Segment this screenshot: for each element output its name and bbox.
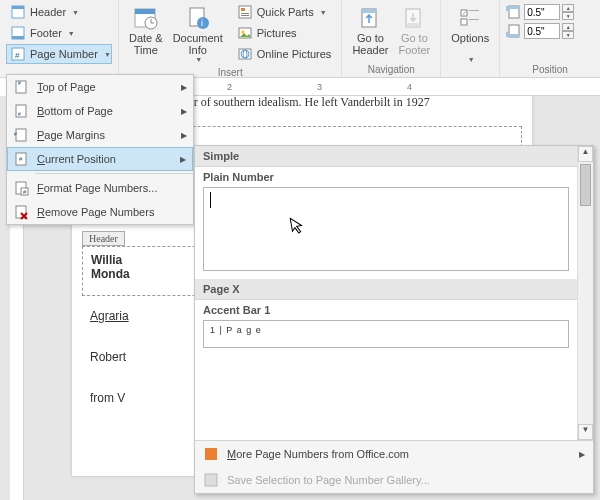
ruler-tick: 2 xyxy=(227,82,232,92)
footer-button[interactable]: Footer▼ xyxy=(6,23,112,43)
spin-down[interactable]: ▼ xyxy=(562,31,574,39)
svg-text:✓: ✓ xyxy=(462,10,467,16)
svg-rect-50 xyxy=(205,448,217,460)
svg-rect-24 xyxy=(362,9,376,13)
gallery-scrollbar[interactable]: ▲ ▼ xyxy=(577,146,593,440)
svg-text:#: # xyxy=(18,80,21,86)
pictures-icon xyxy=(237,25,253,41)
svg-point-19 xyxy=(241,31,244,34)
scroll-thumb[interactable] xyxy=(580,164,591,206)
menu-top-of-page[interactable]: # Top of Page ▶ xyxy=(7,75,193,99)
chevron-down-icon: ▼ xyxy=(320,9,327,16)
pictures-button[interactable]: Pictures xyxy=(233,23,336,43)
menu-separator xyxy=(35,173,193,174)
svg-rect-30 xyxy=(461,19,467,25)
header-position-input[interactable] xyxy=(524,4,560,20)
quick-parts-label: Quick Parts xyxy=(257,6,314,18)
options-button[interactable]: ✓ Options▼ xyxy=(447,2,493,66)
header-button[interactable]: Header▼ xyxy=(6,2,112,22)
footer-from-bottom[interactable]: ▲▼ xyxy=(506,23,594,39)
footer-icon xyxy=(10,25,26,41)
spin-up[interactable]: ▲ xyxy=(562,4,574,12)
spin-up[interactable]: ▲ xyxy=(562,23,574,31)
menu-bottom-of-page[interactable]: # Bottom of Page ▶ xyxy=(7,99,193,123)
menu-item-label: Remove Page Numbers xyxy=(37,206,154,218)
svg-rect-1 xyxy=(12,6,24,9)
page-number-icon: # xyxy=(10,46,26,62)
footer-position-input[interactable] xyxy=(524,23,560,39)
menu-remove-page-numbers[interactable]: Remove Page Numbers xyxy=(7,200,193,224)
page-number-button[interactable]: # Page Number▼ xyxy=(6,44,112,64)
header-from-top[interactable]: ▲▼ xyxy=(506,4,594,20)
online-pictures-label: Online Pictures xyxy=(257,48,332,60)
top-of-page-icon: # xyxy=(13,79,29,95)
quick-parts-icon xyxy=(237,4,253,20)
menu-current-position[interactable]: # Current Position ▶ xyxy=(7,147,193,171)
svg-rect-33 xyxy=(509,6,519,9)
scroll-up-button[interactable]: ▲ xyxy=(578,146,593,162)
save-selection-label: Save Selection to Page Number Gallery... xyxy=(227,474,430,486)
date-time-button[interactable]: Date & Time xyxy=(125,2,167,66)
online-pictures-icon xyxy=(237,46,253,62)
gallery-item-plain-number[interactable] xyxy=(203,187,569,271)
page-number-menu: # Top of Page ▶ # Bottom of Page ▶ # Pag… xyxy=(6,74,194,225)
document-info-button[interactable]: i Document Info▼ xyxy=(169,2,227,66)
menu-format-page-numbers[interactable]: # Format Page Numbers... xyxy=(7,176,193,200)
svg-rect-36 xyxy=(509,34,519,37)
svg-rect-17 xyxy=(241,15,249,16)
svg-rect-15 xyxy=(241,8,245,11)
header-tag: Header xyxy=(82,231,125,246)
svg-text:#: # xyxy=(15,51,20,60)
online-pictures-button[interactable]: Online Pictures xyxy=(233,44,336,64)
menu-item-label: Page Margins xyxy=(37,129,105,141)
goto-header-label: Go to Header xyxy=(352,32,388,56)
header-label: Header xyxy=(30,6,66,18)
office-icon xyxy=(203,446,219,462)
quick-parts-button[interactable]: Quick Parts▼ xyxy=(233,2,336,22)
gallery-item-plain-number-label: Plain Number xyxy=(195,167,577,185)
more-page-numbers-button[interactable]: More Page Numbers from Office.com ▶ xyxy=(195,441,593,467)
gallery-item-accent-bar-1[interactable]: 1 | P a g e xyxy=(203,320,569,348)
date-time-label: Date & Time xyxy=(129,32,163,56)
menu-item-label: Current Position xyxy=(37,153,116,165)
remove-page-numbers-icon xyxy=(13,204,29,220)
ruler-tick: 4 xyxy=(407,82,412,92)
goto-footer-label: Go to Footer xyxy=(398,32,430,56)
text-cursor-icon xyxy=(210,192,211,208)
goto-footer-button[interactable]: Go to Footer xyxy=(394,2,434,58)
scroll-down-button[interactable]: ▼ xyxy=(578,424,593,440)
options-label: Options xyxy=(451,32,489,44)
options-icon: ✓ xyxy=(456,4,484,32)
spin-down[interactable]: ▼ xyxy=(562,12,574,20)
svg-text:i: i xyxy=(201,18,203,28)
body-line: Robert xyxy=(90,350,126,364)
chevron-down-icon: ▼ xyxy=(68,30,75,37)
save-icon xyxy=(203,472,219,488)
menu-item-label: Bottom of Page xyxy=(37,105,113,117)
chevron-down-icon: ▼ xyxy=(72,9,79,16)
goto-header-button[interactable]: Go to Header xyxy=(348,2,392,58)
footer-label: Footer xyxy=(30,27,62,39)
pictures-label: Pictures xyxy=(257,27,297,39)
page-number-label: Page Number xyxy=(30,48,98,60)
document-info-label: Document Info xyxy=(173,32,223,56)
menu-page-margins[interactable]: # Page Margins ▶ xyxy=(7,123,193,147)
page-margins-icon: # xyxy=(13,127,29,143)
gallery-category-simple: Simple xyxy=(195,146,577,167)
header-icon xyxy=(10,4,26,20)
current-position-icon: # xyxy=(13,151,29,167)
svg-rect-7 xyxy=(135,9,155,14)
body-line: from V xyxy=(90,391,125,405)
svg-point-12 xyxy=(197,17,209,29)
menu-item-label: Format Page Numbers... xyxy=(37,182,157,194)
submenu-arrow-icon: ▶ xyxy=(180,155,186,164)
preview-text: 1 | P a g e xyxy=(210,325,262,335)
svg-rect-16 xyxy=(241,13,249,14)
format-page-numbers-icon: # xyxy=(13,180,29,196)
chevron-down-icon: ▼ xyxy=(195,56,202,64)
svg-rect-42 xyxy=(16,129,26,141)
body-line: Agraria xyxy=(90,309,129,323)
gallery-footer: More Page Numbers from Office.com ▶ Save… xyxy=(195,440,593,493)
footer-position-icon xyxy=(506,23,522,39)
chevron-down-icon: ▼ xyxy=(104,51,111,58)
